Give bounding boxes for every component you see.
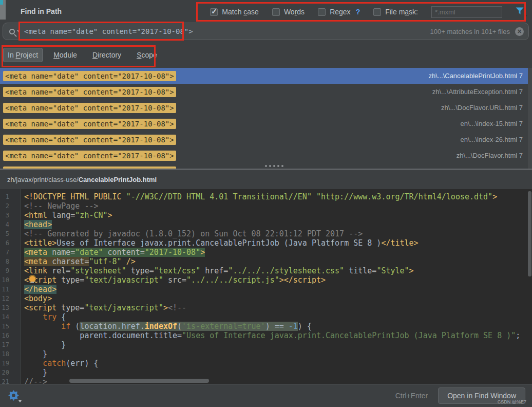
checkbox-icon[interactable] (272, 8, 280, 16)
line-number: 8 (1, 257, 9, 266)
dialog-title: Find in Path (21, 7, 62, 15)
tab-in-project[interactable]: In Project (3, 48, 43, 62)
code-line[interactable]: <meta name="date" content="2017-10-08"> (24, 248, 532, 257)
line-number: 15 (1, 322, 9, 331)
code-line[interactable]: try { (24, 312, 532, 322)
code-line[interactable]: </head> (24, 285, 532, 294)
result-file-path: zh\...\AttributeException.html 7 (432, 88, 523, 96)
file-mask-label: File mask: (385, 8, 418, 16)
preview-file-header: zh/javax/print/class-use/CancelablePrint… (0, 170, 532, 189)
code-line[interactable]: <script type="text/javascript"><!-- (24, 303, 532, 312)
line-number: 19 (1, 359, 9, 368)
preview-file-name: CancelablePrintJob.html (79, 176, 157, 183)
line-number: 7 (1, 248, 9, 257)
words-checkbox[interactable]: Words (272, 8, 305, 16)
code-line[interactable]: <script type="text/javascript" src="../.… (24, 275, 532, 285)
find-in-path-dialog: Find in Path Match case Words Regex ? Fi… (0, 0, 532, 407)
match-snippet: <meta name="date" content="2017-10-08"> (3, 135, 176, 145)
search-history-button[interactable] (9, 29, 20, 34)
line-number: 18 (1, 349, 9, 359)
result-row[interactable]: <meta name="date" content="2017-10-08">e… (0, 116, 532, 132)
match-case-checkbox[interactable]: Match case (210, 8, 259, 16)
shortcut-hint: Ctrl+Enter (395, 392, 428, 400)
line-number: 20 (1, 368, 9, 377)
code-line[interactable]: catch(err) { (24, 359, 532, 368)
line-number: 4 (1, 220, 9, 229)
code-line[interactable]: <!-- NewPage --> (24, 201, 532, 211)
line-number: 13 (1, 303, 9, 312)
code-line[interactable]: <title>Uses of Interface javax.print.Can… (24, 238, 532, 248)
line-number: 17 (1, 340, 9, 349)
tab-directory[interactable]: Directory (88, 48, 126, 62)
code-line[interactable]: <html lang="zh-CN"> (24, 211, 532, 220)
checkbox-icon[interactable] (210, 8, 218, 16)
search-field[interactable]: 100+ matches in 101+ files × (3, 23, 529, 40)
clear-search-button[interactable]: × (515, 27, 524, 36)
line-number: 10 (1, 275, 9, 285)
line-number: 14 (1, 312, 9, 322)
file-mask-checkbox[interactable]: File mask: (373, 8, 418, 16)
words-label: Words (284, 8, 305, 16)
line-number: 21 (1, 377, 9, 384)
result-file-path: zh\...\DocFlavor.html 7 (457, 152, 523, 159)
code-line[interactable]: parent.document.title="Uses of Interface… (24, 331, 532, 340)
result-row[interactable]: <meta name="date" content="2017-10-08">z… (0, 147, 532, 163)
intention-bulb-icon[interactable] (29, 275, 36, 282)
line-number: 2 (1, 201, 9, 211)
preview-editor: 123456789101112131415161718192021 <!DOCT… (0, 189, 532, 384)
editor-code: <!DOCTYPE HTML PUBLIC "-//W3C//DTD HTML … (21, 189, 532, 384)
chevron-down-icon (17, 30, 20, 32)
result-row[interactable]: <meta name="date" content="2017-10-08">e… (0, 132, 532, 147)
filter-button[interactable] (516, 7, 526, 16)
tab-module[interactable]: Module (49, 48, 82, 62)
file-mask-input[interactable] (431, 6, 502, 18)
search-input[interactable] (24, 27, 430, 35)
code-line[interactable]: <!DOCTYPE HTML PUBLIC "-//W3C//DTD HTML … (24, 192, 532, 201)
watermark: CSDN @%E7 (498, 399, 526, 404)
search-options-bar: Match case Words Regex ? File mask: (210, 5, 526, 19)
results-list: <meta name="date" content="2017-10-08">z… (0, 68, 532, 169)
match-snippet: <meta name="date" content="2017-10-08"> (3, 151, 176, 161)
line-number: 1 (1, 192, 9, 201)
regex-checkbox[interactable]: Regex ? (318, 8, 360, 16)
filter-funnel-icon (516, 7, 524, 15)
checkbox-icon[interactable] (318, 8, 326, 16)
tab-scope[interactable]: Scope (132, 48, 162, 62)
result-row[interactable]: <meta name="date" content="2017-10-08">z… (0, 100, 532, 116)
settings-gear-button[interactable] (8, 390, 20, 401)
code-line[interactable]: <link rel="stylesheet" type="text/css" h… (24, 266, 532, 275)
editor-horizontal-scrollbar[interactable] (69, 379, 209, 383)
line-number: 16 (1, 331, 9, 340)
results-scrollbar[interactable] (528, 68, 532, 169)
result-row[interactable]: <meta name="date" content="2017-10-08">z… (0, 84, 532, 100)
match-snippet: <meta name="date" content="2017-10-08"> (3, 71, 176, 81)
line-number: 6 (1, 238, 9, 248)
code-line[interactable]: } (24, 340, 532, 349)
code-line[interactable]: <!-- Generated by javadoc (1.8.0_152) on… (24, 229, 532, 238)
code-line[interactable]: } (24, 368, 532, 377)
chevron-down-icon (18, 400, 22, 402)
checkbox-icon[interactable] (373, 8, 381, 16)
line-number: 12 (1, 294, 9, 303)
splitter-grip-dots-icon (265, 165, 267, 167)
code-line[interactable]: if (location.href.indexOf('is-external=t… (24, 322, 532, 331)
code-line[interactable]: } (24, 349, 532, 359)
line-number: 9 (1, 266, 9, 275)
search-icon (9, 29, 15, 34)
regex-help-link[interactable]: ? (356, 8, 360, 16)
code-line[interactable]: <meta charset="utf-8" /> (24, 257, 532, 266)
match-count: 100+ matches in 101+ files (430, 28, 510, 35)
line-number: 3 (1, 211, 9, 220)
code-line[interactable]: <body> (24, 294, 532, 303)
result-file-path: en\...\index-15.html 7 (461, 120, 523, 127)
match-case-label: Match case (222, 8, 259, 16)
code-line[interactable]: <head> (24, 220, 532, 229)
scope-tabs: In Project Module Directory Scope (3, 48, 162, 62)
match-snippet: <meta name="date" content="2017-10-08"> (3, 87, 176, 97)
result-row[interactable]: <meta name="date" content="2017-10-08">z… (0, 68, 532, 84)
preview-path: zh/javax/print/class-use/ (7, 176, 79, 183)
line-number: 11 (1, 285, 9, 294)
editor-vertical-scrollbar[interactable] (528, 191, 531, 276)
match-snippet: <meta name="date" content="2017-10-08"> (3, 103, 176, 113)
result-file-path: zh\...\DocFlavor.URL.html 7 (441, 104, 523, 112)
